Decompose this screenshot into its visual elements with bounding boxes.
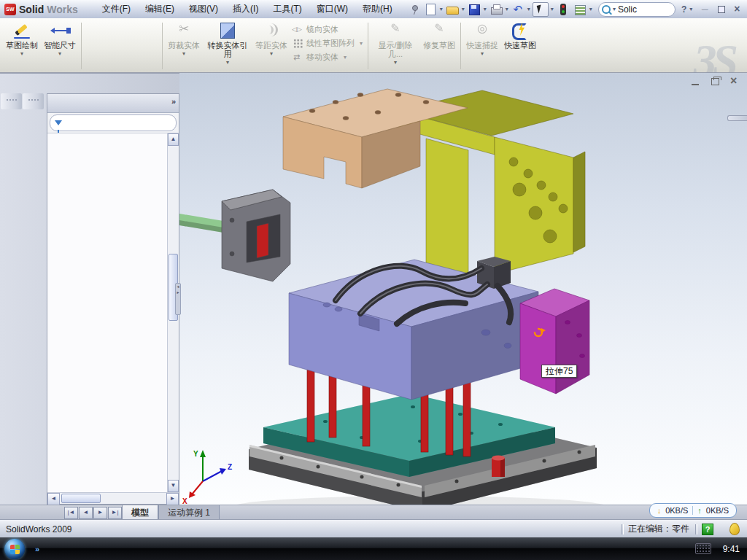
scroll-track	[168, 321, 179, 480]
last-tab-button[interactable]: ►|	[108, 507, 122, 519]
repair-sketch-icon	[428, 21, 450, 40]
quick-tips-icon[interactable]	[729, 523, 740, 535]
quick-snaps-icon	[471, 21, 493, 40]
title-bar: SW SolidWorks 文件(F)编辑(E)视图(V)插入(I)工具(T)窗…	[0, 0, 747, 19]
toolbar-pin-icon[interactable]	[406, 3, 421, 16]
first-tab-button[interactable]: |◄	[64, 507, 78, 519]
menu-item-3[interactable]: 插入(I)	[226, 1, 265, 18]
search-input[interactable]: Solic	[618, 4, 637, 15]
triad-z-label: Z	[228, 463, 232, 471]
convert-entities-button[interactable]: 转换实体引用 ▾	[203, 20, 252, 72]
download-arrow-icon: ↓	[657, 506, 662, 515]
chevron-down-icon: ▾	[182, 50, 185, 57]
save-button[interactable]	[467, 3, 481, 16]
solidworks-cube-icon: SW	[4, 4, 16, 15]
chevron-down-icon: ▾	[270, 50, 273, 57]
command-manager-tabs	[0, 73, 3, 90]
filter-funnel-icon	[55, 120, 62, 125]
display-delete-relations-label: 显示/删除几...	[373, 41, 418, 58]
tree-horizontal-scrollbar[interactable]: ◄ ►	[47, 492, 179, 504]
features-toolbar	[1, 93, 22, 109]
rebuild-button[interactable]	[556, 3, 570, 16]
chevron-down-icon: ▾	[394, 59, 397, 66]
quick-snaps-button: 快速捕捉 ▾	[463, 20, 501, 72]
chevron-down-icon[interactable]: ▾	[689, 6, 692, 12]
close-button[interactable]	[729, 4, 745, 15]
minimize-button[interactable]	[697, 4, 713, 15]
quick-launch-overflow-icon[interactable]: »	[35, 545, 39, 553]
model-canvas[interactable]: Y Z X	[179, 73, 747, 505]
offset-entities-label: 等距实体	[255, 41, 287, 50]
menu-item-0[interactable]: 文件(F)	[96, 1, 137, 18]
options-button[interactable]	[573, 3, 587, 16]
hose-manifold[interactable]	[477, 257, 511, 289]
chevron-down-icon[interactable]: ▾	[20, 50, 23, 57]
doc-close-button[interactable]	[727, 77, 741, 88]
status-right-cluster: 正在编辑：零件 ?	[622, 523, 747, 535]
graphics-viewport[interactable]: Y Z X 拉伸75	[179, 73, 747, 505]
open-button[interactable]	[445, 3, 460, 16]
chevron-down-icon[interactable]: ▾	[58, 50, 61, 57]
convert-entities-label: 转换实体引用	[205, 41, 250, 58]
panel-overflow-button[interactable]: »	[171, 97, 176, 106]
quick-snaps-label: 快速捕捉	[466, 41, 498, 50]
chevron-down-icon[interactable]: ▾	[484, 6, 487, 12]
chevron-down-icon[interactable]: ▾	[589, 6, 592, 12]
widget-separator	[692, 506, 693, 515]
menu-item-5[interactable]: 窗口(W)	[310, 1, 355, 18]
menu-item-2[interactable]: 视图(V)	[182, 1, 225, 18]
menu-item-6[interactable]: 帮助(H)	[356, 1, 399, 18]
smart-dimension-button[interactable]: 智能尺寸 ▾	[41, 20, 79, 72]
help-button[interactable]: ?	[681, 4, 686, 15]
scroll-right-button[interactable]: ►	[166, 493, 179, 505]
chevron-down-icon[interactable]: ▾	[226, 59, 229, 66]
convert-entities-icon	[217, 21, 239, 40]
next-tab-button[interactable]: ►	[93, 507, 107, 519]
doc-minimize-button[interactable]	[689, 77, 703, 88]
panel-splitter[interactable]: ◂▸	[175, 283, 181, 315]
red-bushing[interactable]	[492, 456, 505, 478]
select-button[interactable]	[533, 2, 549, 17]
yoke-body[interactable]	[398, 90, 585, 284]
magenta-insert-body[interactable]	[520, 289, 589, 394]
taskbar-clock[interactable]: 9:41	[723, 544, 740, 554]
search-box[interactable]: ▾ Solic	[598, 2, 676, 17]
input-method-icon[interactable]	[695, 543, 711, 554]
net-speed-widget[interactable]: ↓ 0KB/S ↑ 0KB/S	[649, 503, 737, 518]
new-document-button[interactable]	[423, 3, 438, 16]
move-entities-button: 移动实体 ▾	[293, 52, 363, 63]
linear-sketch-pattern-label: 线性草图阵列	[306, 38, 355, 49]
doc-restore-button[interactable]	[708, 77, 722, 88]
quick-help-icon[interactable]: ?	[702, 524, 713, 535]
clamp-body[interactable]	[222, 190, 290, 281]
start-button[interactable]	[4, 539, 25, 559]
tree-filter-bar[interactable]	[50, 114, 177, 131]
scroll-thumb[interactable]	[61, 494, 101, 503]
task-pane-tabs	[727, 115, 747, 121]
print-button[interactable]	[489, 3, 503, 16]
menu-item-1[interactable]: 编辑(E)	[139, 1, 181, 18]
undo-button[interactable]: ↶	[511, 3, 525, 16]
feature-manager-panel: » ▲ ▼ ◄ ►	[47, 93, 179, 505]
chevron-down-icon[interactable]: ▾	[506, 6, 508, 12]
panel-tabs: »	[47, 94, 179, 113]
chevron-down-icon[interactable]: ▾	[527, 6, 530, 12]
chevron-down-icon[interactable]: ▾	[440, 6, 443, 12]
help-group: ? ▾	[681, 4, 692, 15]
display-delete-relations-button: 显示/删除几... ▾	[371, 20, 420, 72]
scroll-left-button[interactable]: ◄	[47, 493, 60, 505]
prev-tab-button[interactable]: ◄	[79, 507, 93, 519]
menu-item-4[interactable]: 工具(T)	[266, 1, 308, 18]
chevron-down-icon[interactable]: ▾	[613, 6, 616, 12]
chevron-down-icon[interactable]: ▾	[551, 6, 554, 12]
offset-entities-icon	[260, 21, 282, 40]
linear-sketch-pattern-button: 线性草图阵列 ▾	[293, 38, 363, 49]
scroll-up-button[interactable]: ▲	[168, 133, 179, 146]
document-tab-strip: |◄ ◄ ► ►| 模型 运动算例 1	[0, 505, 747, 520]
chevron-down-icon[interactable]: ▾	[462, 6, 465, 12]
sketch-button[interactable]: 草图绘制 ▾	[3, 20, 41, 72]
ribbon-separator	[460, 23, 461, 69]
restore-button[interactable]	[713, 4, 729, 15]
scroll-down-button[interactable]: ▼	[168, 480, 179, 492]
rapid-sketch-button[interactable]: 快速草图	[501, 20, 539, 72]
